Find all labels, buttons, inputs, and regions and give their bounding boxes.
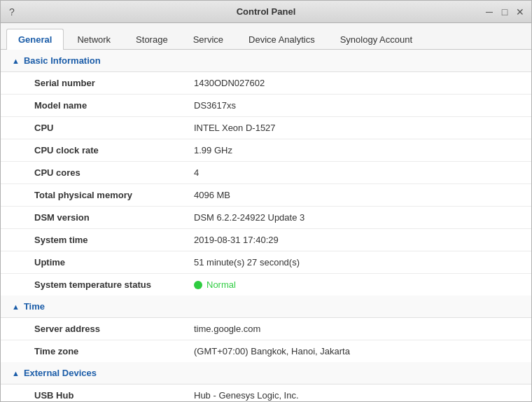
row-label: Time zone (1, 340, 183, 363)
minimize-button[interactable]: ─ (484, 6, 495, 18)
status-indicator: Normal (194, 279, 520, 290)
row-value: time.google.com (183, 318, 531, 340)
row-label: System time (1, 229, 183, 251)
restore-button[interactable]: □ (499, 6, 510, 18)
row-value: 1430ODN027602 (183, 72, 531, 95)
table-row: Time zone (GMT+07:00) Bangkok, Hanoi, Ja… (1, 340, 531, 363)
table-row: Server address time.google.com (1, 318, 531, 340)
row-label: CPU (1, 117, 183, 139)
row-label: CPU cores (1, 162, 183, 184)
section-title-basic-information: Basic Information (24, 55, 101, 66)
row-label: Uptime (1, 251, 183, 274)
row-label: Serial number (1, 72, 183, 95)
tab-storage[interactable]: Storage (124, 29, 180, 50)
tab-device-analytics[interactable]: Device Analytics (237, 29, 327, 50)
control-panel-window: ? Control Panel ─ □ ✕ General Network St… (0, 0, 532, 402)
external-devices-table: USB Hub Hub - Genesys Logic, Inc. (1, 384, 531, 401)
row-value: (GMT+07:00) Bangkok, Hanoi, Jakarta (183, 340, 531, 363)
title-bar-left: ? (6, 6, 48, 18)
table-row: CPU cores 4 (1, 162, 531, 184)
chevron-down-icon: ▲ (12, 369, 20, 377)
window-title: Control Panel (48, 6, 484, 17)
tab-general[interactable]: General (6, 29, 64, 50)
row-label: Server address (1, 318, 183, 340)
row-value: INTEL Xeon D-1527 (183, 117, 531, 139)
table-row: CPU INTEL Xeon D-1527 (1, 117, 531, 139)
table-row: Model name DS3617xs (1, 95, 531, 117)
table-row: Uptime 51 minute(s) 27 second(s) (1, 251, 531, 274)
tab-synology-account[interactable]: Synology Account (328, 29, 424, 50)
table-row: System temperature status Normal (1, 274, 531, 296)
content-area: ▲ Basic Information Serial number 1430OD… (1, 50, 531, 401)
section-header-external-devices[interactable]: ▲ External Devices (1, 362, 531, 384)
section-header-time[interactable]: ▲ Time (1, 296, 531, 318)
row-value: 4 (183, 162, 531, 184)
help-button[interactable]: ? (6, 6, 18, 18)
row-value-status: Normal (183, 274, 531, 296)
status-dot-icon (194, 281, 202, 289)
section-basic-information: ▲ Basic Information Serial number 1430OD… (1, 50, 531, 296)
section-time: ▲ Time Server address time.google.com Ti… (1, 296, 531, 362)
table-row: USB Hub Hub - Genesys Logic, Inc. (1, 384, 531, 401)
row-label: Model name (1, 95, 183, 117)
row-value: Hub - Genesys Logic, Inc. (183, 384, 531, 401)
status-text: Normal (206, 279, 236, 290)
row-value: DS3617xs (183, 95, 531, 117)
section-header-basic-information[interactable]: ▲ Basic Information (1, 50, 531, 72)
table-row: CPU clock rate 1.99 GHz (1, 139, 531, 162)
title-bar: ? Control Panel ─ □ ✕ (1, 1, 531, 23)
section-external-devices: ▲ External Devices USB Hub Hub - Genesys… (1, 362, 531, 401)
close-button[interactable]: ✕ (514, 6, 526, 18)
section-title-external-devices: External Devices (24, 368, 97, 378)
row-label: USB Hub (1, 384, 183, 401)
chevron-down-icon: ▲ (12, 303, 20, 311)
tab-service[interactable]: Service (181, 29, 235, 50)
section-title-time: Time (24, 301, 45, 312)
row-label: DSM version (1, 207, 183, 229)
row-value: 4096 MB (183, 184, 531, 207)
table-row: Total physical memory 4096 MB (1, 184, 531, 207)
row-label: Total physical memory (1, 184, 183, 207)
table-row: Serial number 1430ODN027602 (1, 72, 531, 95)
window-controls: ─ □ ✕ (484, 6, 526, 18)
table-row: DSM version DSM 6.2.2-24922 Update 3 (1, 207, 531, 229)
row-value: 51 minute(s) 27 second(s) (183, 251, 531, 274)
row-value: 1.99 GHz (183, 139, 531, 162)
time-table: Server address time.google.com Time zone… (1, 318, 531, 362)
row-label: System temperature status (1, 274, 183, 296)
tab-bar: General Network Storage Service Device A… (1, 23, 531, 50)
row-value: DSM 6.2.2-24922 Update 3 (183, 207, 531, 229)
row-value: 2019-08-31 17:40:29 (183, 229, 531, 251)
table-row: System time 2019-08-31 17:40:29 (1, 229, 531, 251)
tab-network[interactable]: Network (65, 29, 122, 50)
row-label: CPU clock rate (1, 139, 183, 162)
chevron-down-icon: ▲ (12, 57, 20, 65)
basic-info-table: Serial number 1430ODN027602 Model name D… (1, 72, 531, 296)
